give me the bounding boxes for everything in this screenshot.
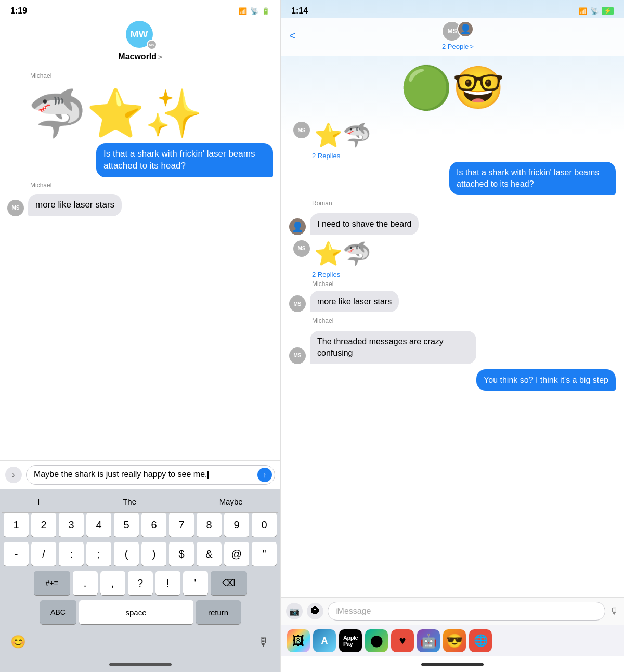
key-exclaim[interactable]: ! — [155, 571, 180, 595]
key-3[interactable]: 3 — [59, 513, 84, 537]
key-7[interactable]: 7 — [169, 513, 194, 537]
suggestion-maybe[interactable]: Maybe — [215, 495, 247, 508]
thread1-outgoing: Is that a shark with frickin' laser beam… — [289, 162, 616, 195]
nav-title-left[interactable]: Macworld > — [118, 52, 162, 61]
bubble-thread1-out: Is that a shark with frickin' laser beam… — [449, 162, 616, 195]
key-abc[interactable]: ABC — [40, 600, 76, 624]
nav-subtitle-right[interactable]: 2 People > — [442, 43, 474, 50]
app-heartline[interactable]: ♥ — [391, 629, 414, 652]
sender-label-michael-right: Michael — [312, 317, 616, 325]
app-memoji2[interactable]: 😎 — [443, 629, 466, 652]
avatar-group-left[interactable]: MW MS — [126, 21, 155, 50]
thread1-replies[interactable]: 2 Replies — [312, 152, 616, 160]
phone-right: 1:14 📶 📡 ⚡ < MS 👤 2 People > 🟢🤓 — [281, 0, 624, 672]
messages-area-left: Michael 🦈⭐✨ Is that a shark with frickin… — [0, 67, 280, 460]
battery-icon-left: 🔋 — [262, 7, 270, 15]
outgoing-msg-right-2: You think so? I think it's a big step — [289, 369, 616, 391]
key-slash[interactable]: / — [31, 542, 56, 566]
key-hashplus[interactable]: #+= — [34, 571, 70, 595]
expand-button-left[interactable]: › — [5, 467, 22, 483]
mic-key[interactable]: 🎙 — [257, 635, 270, 649]
app-memoji1[interactable]: 🤖 — [417, 629, 440, 652]
outgoing-msg-1: Is that a shark with frickin' laser beam… — [7, 143, 273, 177]
home-indicator-left — [0, 656, 280, 672]
incoming-michael-confusing: MS The threaded messages are crazy confu… — [289, 331, 616, 364]
bubble-confusing: The threaded messages are crazy confusin… — [310, 331, 476, 364]
key-rparen[interactable]: ) — [141, 542, 166, 566]
signal-icon-right: 📶 — [579, 7, 587, 15]
avatar-ms-right-confusing: MS — [289, 347, 306, 364]
key-lparen[interactable]: ( — [114, 542, 139, 566]
key-4[interactable]: 4 — [86, 513, 111, 537]
key-semicolon[interactable]: ; — [86, 542, 111, 566]
app-applepay[interactable]: ApplePay — [339, 629, 362, 652]
audio-button-right[interactable]: 🎙 — [609, 606, 619, 617]
time-right: 1:14 — [291, 6, 308, 16]
memoji-emoji: 🟢🤓 — [400, 64, 504, 111]
suggestion-i[interactable]: I — [33, 495, 44, 508]
key-period[interactable]: . — [73, 571, 98, 595]
keyboard-row-symbols: - / : ; ( ) $ & @ " — [2, 542, 278, 566]
input-row-left: › Maybe the shark is just really happy t… — [0, 460, 280, 489]
key-8[interactable]: 8 — [197, 513, 222, 537]
key-9[interactable]: 9 — [224, 513, 249, 537]
thread-group-1: MS ⭐🦈 2 Replies Is that a shark with fri… — [289, 122, 616, 195]
bubble-incoming-1: more like laser stars — [28, 194, 122, 216]
app-activity[interactable]: ⬤ — [365, 629, 388, 652]
back-button-right[interactable]: < — [289, 29, 296, 43]
battery-icon-right: ⚡ — [602, 7, 614, 15]
avatar-photo-right: 👤 — [457, 21, 474, 37]
app-appstore[interactable]: A — [313, 629, 336, 652]
camera-button-right[interactable]: 📷 — [286, 603, 303, 619]
message-input-left[interactable]: Maybe the shark is just really happy to … — [26, 465, 275, 485]
home-bar-right — [421, 663, 484, 666]
nav-chevron-left: > — [158, 53, 162, 61]
incoming-roman: 👤 I need to shave the beard — [289, 213, 616, 235]
key-0[interactable]: 0 — [252, 513, 277, 537]
avatar-ms-thread1: MS — [293, 122, 310, 138]
emoji-key[interactable]: 😊 — [10, 635, 26, 649]
signal-icon-left: 📶 — [239, 7, 247, 15]
key-apostrophe[interactable]: ' — [183, 571, 208, 595]
thread2-replies[interactable]: 2 Replies — [312, 270, 616, 278]
key-1[interactable]: 1 — [4, 513, 29, 537]
home-bar-left — [109, 663, 172, 666]
key-dash[interactable]: - — [4, 542, 29, 566]
keyboard-row-numbers: 1 2 3 4 5 6 7 8 9 0 — [2, 513, 278, 537]
nav-chevron-right: > — [470, 43, 474, 50]
key-return[interactable]: return — [196, 600, 241, 624]
apps-button-right[interactable]: 🅐 — [307, 603, 323, 619]
thread1-sticker-row: MS ⭐🦈 — [293, 122, 616, 149]
time-left: 1:19 — [10, 6, 27, 16]
key-delete[interactable]: ⌫ — [211, 571, 247, 595]
key-colon[interactable]: : — [59, 542, 84, 566]
memoji-display: 🟢🤓 — [289, 63, 616, 112]
key-5[interactable]: 5 — [114, 513, 139, 537]
key-at[interactable]: @ — [224, 542, 249, 566]
app-photos[interactable]: 🖼 — [287, 629, 310, 652]
key-dollar[interactable]: $ — [169, 542, 194, 566]
bubble-outgoing-1: Is that a shark with frickin' laser beam… — [96, 143, 273, 177]
keyboard-row-bottom: ABC space return — [2, 600, 278, 624]
avatar-ms-small: MS — [147, 40, 157, 50]
keyboard-extras: 😊 🎙 — [2, 629, 278, 656]
avatar-ms-t2: MS — [289, 295, 306, 312]
wifi-icon-right: 📡 — [590, 7, 599, 15]
send-button-left[interactable]: ↑ — [257, 468, 272, 482]
app-globe[interactable]: 🌐 — [469, 629, 492, 652]
thread2-sticker: ⭐🦈 — [314, 240, 371, 267]
key-amp[interactable]: & — [197, 542, 222, 566]
apps-bar-right: 🖼 A ApplePay ⬤ ♥ 🤖 😎 🌐 — [281, 625, 624, 656]
avatar-group-right[interactable]: MS 👤 — [441, 21, 474, 42]
thread2-sticker-row: MS ⭐🦈 — [293, 240, 616, 267]
key-space[interactable]: space — [79, 600, 193, 624]
key-question[interactable]: ? — [128, 571, 153, 595]
nav-bar-right: < MS 👤 2 People > — [281, 18, 624, 56]
key-6[interactable]: 6 — [141, 513, 166, 537]
bubble-outgoing-right-2: You think so? I think it's a big step — [476, 369, 616, 391]
key-quote[interactable]: " — [252, 542, 277, 566]
key-comma[interactable]: , — [100, 571, 125, 595]
key-2[interactable]: 2 — [31, 513, 56, 537]
suggestion-the[interactable]: The — [107, 495, 152, 508]
imessage-input-right[interactable]: iMessage — [328, 602, 605, 621]
